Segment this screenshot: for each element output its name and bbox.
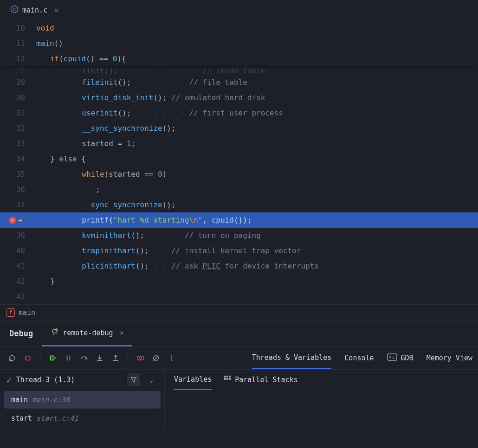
tab-gdb[interactable]: GDB — [387, 347, 413, 369]
svg-point-13 — [171, 355, 173, 357]
tab-filename: main.c — [22, 6, 47, 14]
stack-frame[interactable]: start start.c:41 — [4, 410, 161, 427]
tab-memory-view[interactable]: Memory View — [426, 347, 472, 369]
close-icon[interactable]: × — [51, 5, 59, 15]
line-number: 36 — [0, 182, 36, 197]
line-number: 32 — [0, 121, 36, 136]
view-breakpoints-button[interactable] — [134, 352, 147, 365]
variables-pane: Variables Parallel Stacks — [165, 370, 307, 428]
function-icon: f — [6, 308, 15, 317]
tab-gdb-label: GDB — [401, 354, 413, 362]
close-icon[interactable]: × — [117, 328, 124, 337]
editor-line: 33 · · · · started = 1; — [0, 136, 478, 151]
resume-button[interactable] — [46, 352, 59, 365]
svg-point-14 — [171, 358, 173, 359]
debug-config-name: remote-debug — [63, 329, 113, 337]
filter-button[interactable] — [127, 373, 140, 386]
thread-selector[interactable]: ✓ Thread-3 (1.3) ⌄ — [0, 370, 164, 390]
editor-line: 35 · · · · while(started == 0) — [0, 166, 478, 182]
svg-point-15 — [171, 359, 173, 361]
editor-line: 43 — [0, 289, 478, 304]
editor-line: 40 · · · · trapinithart(); · · // instal… — [0, 243, 478, 258]
line-number: 37 — [0, 197, 36, 212]
svg-rect-7 — [66, 356, 68, 361]
editor-line: 32 · · · · __sync_synchronize(); — [0, 121, 478, 136]
thread-label: Thread-3 (1.3) — [16, 376, 123, 384]
editor-line: 13 · if(cpuid() == 0){ — [0, 51, 478, 66]
stop-button[interactable] — [21, 352, 34, 365]
line-number: 13 — [0, 51, 36, 66]
subtab-variables[interactable]: Variables — [174, 370, 212, 390]
line-number: 31 — [0, 105, 36, 121]
rerun-button[interactable] — [6, 352, 19, 365]
step-into-button[interactable] — [93, 352, 106, 365]
svg-rect-16 — [388, 354, 397, 360]
code-editor[interactable]: 10 void 11 main() 13 · if(cpuid() == 0){… — [0, 20, 478, 304]
execution-pointer-icon: ➔ — [18, 212, 23, 228]
more-actions-button[interactable] — [165, 352, 178, 365]
stacks-icon — [224, 375, 231, 384]
editor-line: 42 · } — [0, 274, 478, 289]
stack-frame[interactable]: main main.c:38 — [4, 391, 161, 409]
svg-point-4 — [10, 359, 12, 361]
editor-line: 34 · } else { — [0, 151, 478, 166]
editor-line: 41 · · · · plicinithart(); · · // ask PL… — [0, 258, 478, 274]
debug-config-tab[interactable]: remote-debug × — [42, 320, 132, 346]
svg-rect-20 — [224, 378, 226, 380]
svg-rect-18 — [226, 376, 228, 378]
svg-rect-5 — [26, 356, 30, 360]
breadcrumb-function[interactable]: main — [19, 308, 35, 317]
line-number: 40 — [0, 243, 36, 258]
step-over-button[interactable] — [78, 352, 90, 365]
chevron-down-icon[interactable]: ⌄ — [145, 373, 158, 386]
subtab-stacks-label: Parallel Stacks — [235, 376, 297, 384]
step-out-button[interactable] — [109, 352, 122, 365]
line-number: 29 — [0, 75, 36, 90]
editor-line: 39 · · · · kvminithart(); · · · · // tur… — [0, 228, 478, 243]
tab-threads-variables[interactable]: Threads & Variables — [252, 347, 332, 369]
editor-line: 28 · · · · iinit(); · · · · · · · · · //… — [0, 66, 478, 75]
line-number: 30 — [0, 90, 36, 105]
c-file-icon: C — [10, 5, 19, 15]
svg-rect-6 — [50, 356, 51, 361]
debug-panel: Debug remote-debug × Threads & Variables… — [0, 320, 478, 428]
editor-tab-bar: C main.c × — [0, 0, 478, 20]
editor-line: 37 · · · · __sync_synchronize(); — [0, 197, 478, 212]
svg-rect-17 — [224, 376, 226, 378]
bug-icon — [51, 328, 59, 338]
line-number: 42 — [0, 274, 36, 289]
terminal-icon — [387, 353, 397, 363]
svg-rect-22 — [229, 378, 231, 380]
frames-list: ✓ Thread-3 (1.3) ⌄ main main.c:38 start … — [0, 370, 165, 428]
line-number: 10 — [0, 20, 36, 36]
line-number: 43 — [0, 289, 36, 304]
editor-line-current: ➔ · · · · printf("hart %d starting\n", c… — [0, 212, 478, 228]
pause-button[interactable] — [62, 352, 75, 365]
editor-line: 10 void — [0, 20, 478, 36]
toolbar-separator — [128, 352, 128, 364]
line-number: 28 — [0, 66, 36, 75]
mute-breakpoints-button[interactable] — [149, 352, 162, 365]
frames-pane: ✓ Thread-3 (1.3) ⌄ main main.c:38 start … — [0, 370, 478, 428]
tab-console[interactable]: Console — [344, 347, 374, 369]
editor-line: 11 main() — [0, 36, 478, 51]
editor-tab-main-c[interactable]: C main.c × — [5, 0, 65, 20]
editor-line: 29 · · · · fileinit(); · · · · · · // fi… — [0, 75, 478, 90]
editor-line: 30 · · · · virtio_disk_init(); // emulat… — [0, 90, 478, 105]
svg-text:C: C — [13, 7, 16, 12]
svg-rect-8 — [69, 356, 71, 361]
breakpoint-icon[interactable] — [9, 217, 16, 224]
check-icon: ✓ — [6, 375, 12, 385]
line-number: 41 — [0, 258, 36, 274]
debug-title: Debug — [0, 329, 42, 338]
debug-toolbar: Threads & Variables Console GDB Memory V… — [0, 346, 478, 370]
svg-rect-19 — [229, 376, 231, 378]
subtab-parallel-stacks[interactable]: Parallel Stacks — [224, 370, 297, 390]
line-number: 33 — [0, 136, 36, 151]
editor-line: 31 · · · · userinit(); · · · · · · // fi… — [0, 105, 478, 121]
svg-rect-21 — [226, 378, 228, 380]
line-number: 34 — [0, 151, 36, 166]
debug-tabs: Debug remote-debug × — [0, 320, 478, 346]
svg-point-10 — [140, 356, 144, 360]
svg-point-3 — [55, 328, 58, 330]
